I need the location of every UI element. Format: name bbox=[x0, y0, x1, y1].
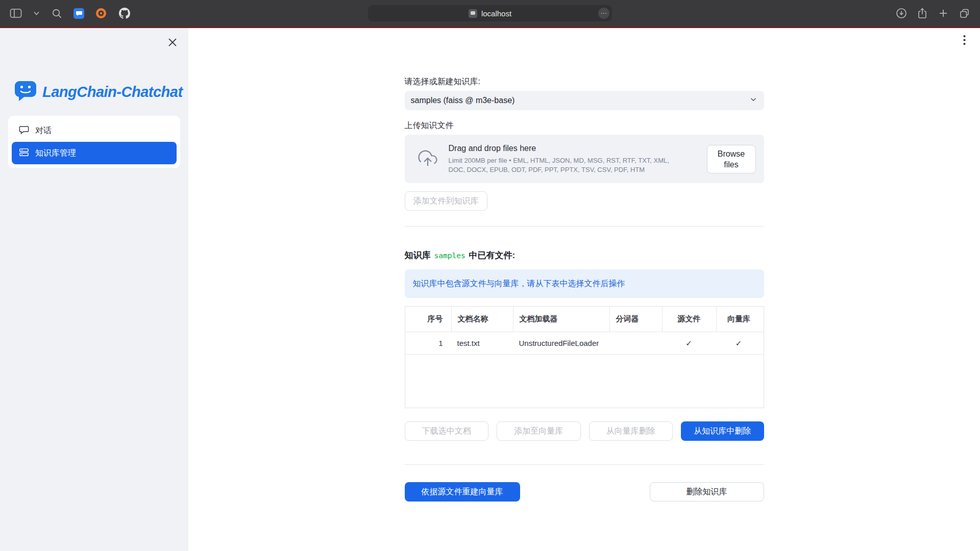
app-main: 请选择或新建知识库: samples (faiss @ m3e-base) 上传… bbox=[188, 28, 980, 551]
upload-label: 上传知识文件 bbox=[405, 120, 764, 131]
uploader-limit: Limit 200MB per file • EML, HTML, JSON, … bbox=[449, 156, 673, 174]
kb-files-table: 序号 文档名称 文档加载器 分词器 源文件 向量库 1 test.txt Uns… bbox=[405, 306, 764, 408]
pinned-app-icon-orange[interactable] bbox=[94, 7, 108, 20]
info-banner: 知识库中包含源文件与向量库，请从下表中选择文件后操作 bbox=[405, 269, 764, 298]
select-chevron-icon bbox=[749, 95, 758, 106]
downloads-icon[interactable] bbox=[895, 7, 908, 20]
knowledge-base-icon bbox=[19, 147, 29, 159]
uploader-title: Drag and drop files here bbox=[449, 144, 700, 153]
cell-name[interactable]: test.txt bbox=[451, 332, 513, 354]
site-favicon bbox=[469, 9, 477, 18]
sidebar-item-dialogue[interactable]: 对话 bbox=[12, 119, 177, 142]
toolbar-left-group bbox=[9, 0, 131, 27]
add-files-to-kb-button[interactable]: 添加文件到知识库 bbox=[405, 191, 487, 211]
app-logo: LangChain-Chatchat bbox=[14, 80, 183, 104]
cell-index[interactable]: 1 bbox=[405, 332, 451, 354]
browser-toolbar: localhost ⋯ bbox=[0, 0, 980, 27]
kb-bottom-actions: 依据源文件重建向量库 删除知识库 bbox=[405, 482, 764, 502]
share-icon[interactable] bbox=[916, 7, 929, 20]
delete-from-kb-button[interactable]: 从知识库中删除 bbox=[681, 421, 764, 441]
sidebar-item-label: 知识库管理 bbox=[35, 148, 76, 159]
sidebar-item-label: 对话 bbox=[35, 126, 52, 136]
kb-select-value: samples (faiss @ m3e-base) bbox=[411, 96, 515, 105]
table-header-loader: 文档加载器 bbox=[513, 307, 609, 332]
chevron-down-icon[interactable] bbox=[33, 7, 40, 20]
kb-heading-pre: 知识库 bbox=[405, 250, 431, 261]
table-header-index: 序号 bbox=[405, 307, 451, 332]
logo-chat-icon bbox=[14, 80, 37, 104]
app-window: LangChain-Chatchat 对话 bbox=[0, 28, 980, 551]
table-header-row: 序号 文档名称 文档加载器 分词器 源文件 向量库 bbox=[405, 307, 764, 332]
delete-kb-button[interactable]: 删除知识库 bbox=[650, 482, 764, 502]
chat-bubble-icon bbox=[19, 124, 29, 137]
screen: localhost ⋯ bbox=[0, 0, 980, 551]
kb-heading-post: 中已有文件: bbox=[469, 250, 516, 261]
table-header-vector: 向量库 bbox=[716, 307, 762, 332]
kb-files-heading: 知识库 samples 中已有文件: bbox=[405, 250, 764, 261]
sidebar-close-icon[interactable] bbox=[166, 36, 179, 49]
kb-select[interactable]: samples (faiss @ m3e-base) bbox=[405, 91, 764, 110]
toolbar-right-group bbox=[895, 0, 971, 27]
add-to-vector-store-button[interactable]: 添加至向量库 bbox=[497, 421, 581, 441]
divider bbox=[405, 464, 764, 465]
new-tab-icon[interactable] bbox=[937, 7, 950, 20]
sidebar-toggle-icon[interactable] bbox=[9, 7, 22, 20]
table-header-splitter: 分词器 bbox=[609, 307, 662, 332]
download-selected-button[interactable]: 下载选中文档 bbox=[405, 421, 489, 441]
rebuild-vector-store-button[interactable]: 依据源文件重建向量库 bbox=[405, 482, 520, 502]
cell-loader[interactable]: UnstructuredFileLoader bbox=[513, 332, 609, 354]
table-actions-row: 下载选中文档 添加至向量库 从向量库删除 从知识库中删除 bbox=[405, 421, 764, 441]
cloud-upload-icon bbox=[418, 148, 437, 170]
divider bbox=[405, 226, 764, 227]
tab-overview-icon[interactable] bbox=[958, 7, 971, 20]
streamlit-menu-icon[interactable] bbox=[958, 33, 971, 46]
sidebar-item-knowledge-base[interactable]: 知识库管理 bbox=[12, 142, 177, 164]
address-bar[interactable]: localhost ⋯ bbox=[368, 5, 612, 21]
cell-source-check[interactable]: ✓ bbox=[662, 332, 716, 354]
app-sidebar: LangChain-Chatchat 对话 bbox=[0, 28, 188, 551]
file-uploader-dropzone[interactable]: Drag and drop files here Limit 200MB per… bbox=[405, 135, 764, 183]
content-column: 请选择或新建知识库: samples (faiss @ m3e-base) 上传… bbox=[405, 77, 764, 502]
table-row[interactable]: 1 test.txt UnstructuredFileLoader ✓ ✓ bbox=[405, 332, 764, 355]
table-header-source: 源文件 bbox=[662, 307, 716, 332]
logo-text: LangChain-Chatchat bbox=[42, 84, 183, 101]
github-icon[interactable] bbox=[118, 7, 131, 20]
uploader-texts: Drag and drop files here Limit 200MB per… bbox=[449, 144, 700, 174]
address-url: localhost bbox=[481, 9, 511, 18]
pinned-app-icon-blue[interactable] bbox=[74, 8, 84, 19]
table-header-name: 文档名称 bbox=[451, 307, 513, 332]
kb-select-label: 请选择或新建知识库: bbox=[405, 77, 764, 87]
remove-from-vector-store-button[interactable]: 从向量库删除 bbox=[589, 421, 673, 441]
kb-heading-code: samples bbox=[434, 250, 465, 261]
cell-vector-check[interactable]: ✓ bbox=[716, 332, 762, 354]
search-icon[interactable] bbox=[50, 7, 63, 20]
address-more-icon[interactable]: ⋯ bbox=[598, 8, 609, 19]
browse-files-button[interactable]: Browse files bbox=[707, 145, 756, 173]
cell-splitter[interactable] bbox=[609, 332, 662, 354]
sidebar-nav: 对话 知识库管理 bbox=[8, 116, 180, 168]
